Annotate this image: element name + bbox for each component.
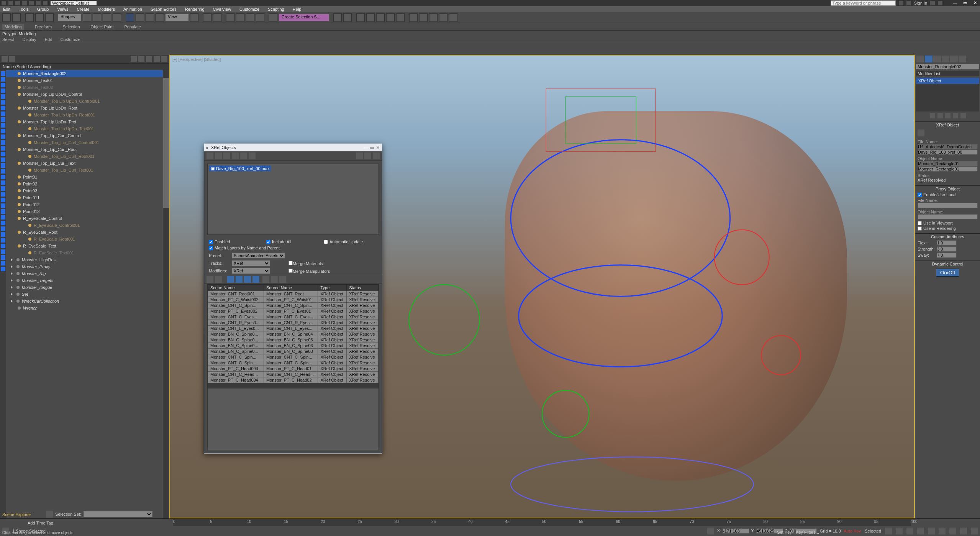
xref-row[interactable]: Monster_PT_C_Head003Monster_PT_C_Head01X… xyxy=(208,366,379,372)
includeall-checkbox[interactable] xyxy=(266,240,270,244)
select-name-button[interactable] xyxy=(93,13,101,22)
menu-create[interactable]: Create xyxy=(77,7,89,11)
star-icon[interactable] xyxy=(906,1,911,5)
xref-row[interactable]: Monster_BN_C_Spine0...Monster_BN_C_Spine… xyxy=(208,331,379,337)
scene-item[interactable]: Monster_Top_Lip_Curl_Text xyxy=(6,160,163,167)
keyfilters-button[interactable]: Key Filters... xyxy=(796,530,819,534)
render-prod-button[interactable] xyxy=(429,13,438,22)
search-se-icon[interactable] xyxy=(131,56,137,62)
scene-item[interactable]: Monster_Top_Lip_Curl_Text001 xyxy=(6,167,163,174)
lock-se-icon[interactable] xyxy=(9,56,15,62)
combine-xref-icon[interactable] xyxy=(223,152,230,159)
sway-spinner[interactable] xyxy=(937,252,957,258)
new-icon[interactable] xyxy=(8,1,13,5)
filter1-icon[interactable] xyxy=(227,276,234,283)
filter2-icon[interactable] xyxy=(236,276,243,283)
file-path-field[interactable] xyxy=(918,144,978,149)
scene-item[interactable]: Monster_Top_Lip_Curl_Root xyxy=(6,146,163,153)
x-coord-field[interactable] xyxy=(723,528,749,534)
xref-row[interactable]: Monster_CNT_Root001Monster_CNT_RootXRef … xyxy=(208,291,379,297)
pick-se-icon[interactable] xyxy=(161,56,167,62)
xref-row[interactable]: Monster_BN_C_Spine0...Monster_BN_C_Spine… xyxy=(208,337,379,343)
se-menu-select[interactable]: Select xyxy=(2,37,14,42)
addobj-icon[interactable] xyxy=(206,276,213,283)
select-rotate-button[interactable] xyxy=(136,13,144,22)
create-tab[interactable] xyxy=(916,56,924,62)
scene-item[interactable]: Monster_HighRes xyxy=(6,256,163,263)
toggle-ribbon-button[interactable] xyxy=(366,13,375,22)
scene-item[interactable]: Monster_Top Lip UpDn_Text001 xyxy=(6,125,163,132)
use-viewport-checkbox[interactable] xyxy=(918,221,922,225)
scene-item[interactable]: R_EyeScale_Text xyxy=(6,243,163,249)
proxy-obj-field[interactable] xyxy=(918,214,978,220)
object-name-field[interactable]: Monster_Rectangle002 xyxy=(916,64,979,69)
scene-item[interactable]: Point02 xyxy=(6,180,163,187)
pivot-center-button[interactable] xyxy=(190,13,198,22)
connect-icon[interactable] xyxy=(899,1,903,5)
redo-icon[interactable] xyxy=(36,1,41,5)
ribbon-panel-label[interactable]: Polygon Modeling xyxy=(0,31,980,37)
selectinvert-icon[interactable] xyxy=(373,152,380,159)
app-icon[interactable] xyxy=(2,1,6,5)
selectall-icon[interactable] xyxy=(356,152,363,159)
menu-group[interactable]: Group xyxy=(37,7,49,11)
xref-row[interactable]: Monster_CNT_L_Eyes0...Monster_CNT_L_Eyes… xyxy=(208,326,379,331)
addtimetag-link[interactable]: Add Time Tag xyxy=(28,521,53,525)
select-object-button[interactable] xyxy=(83,13,91,22)
remove-se-icon[interactable] xyxy=(154,56,160,62)
xref-col-header[interactable]: Scene Name xyxy=(208,285,264,291)
se-menu-display[interactable]: Display xyxy=(23,37,36,42)
scene-item[interactable]: Monster_Top_Lip_Curl_Root001 xyxy=(6,153,163,160)
rollout-custom-attrs[interactable]: Custom Attributes xyxy=(915,234,980,240)
enabled-checkbox[interactable] xyxy=(209,240,213,244)
scene-item[interactable]: Set xyxy=(6,291,163,298)
scene-item[interactable]: Monster_Top_Lip_Curl_Control xyxy=(6,132,163,139)
undo-icon[interactable] xyxy=(29,1,34,5)
scene-item[interactable]: Monster_Top_Lip_Curl_Control001 xyxy=(6,139,163,146)
file-name-field[interactable] xyxy=(918,149,978,155)
bind-spacewarp-button[interactable] xyxy=(45,13,54,22)
lock-selection-icon[interactable] xyxy=(707,528,714,534)
ribbon-tab-modeling[interactable]: Modeling xyxy=(2,24,24,30)
convert-xref-icon[interactable] xyxy=(232,152,239,159)
show-end-icon[interactable] xyxy=(937,113,943,118)
utilities-tab[interactable] xyxy=(959,56,966,62)
editnamed-button[interactable] xyxy=(269,13,277,22)
menu-animation[interactable]: Animation xyxy=(123,7,142,11)
scene-item[interactable]: Monster_Proxy xyxy=(6,263,163,270)
xref-row[interactable]: Monster_BN_C_Spine0...Monster_BN_C_Spine… xyxy=(208,349,379,354)
xref-row[interactable]: Monster_PT_C_Eyes002Monster_PT_C_Eyes01X… xyxy=(208,308,379,314)
ribbon-tab-freeform[interactable]: Freeform xyxy=(35,25,52,29)
modifier-stack-item[interactable]: XRef Object xyxy=(916,78,979,84)
menu-views[interactable]: Views xyxy=(57,7,68,11)
rendered-frame-button[interactable] xyxy=(419,13,428,22)
scene-item[interactable]: Monster_Targets xyxy=(6,277,163,284)
nav-zoom-icon[interactable] xyxy=(949,528,956,534)
create-xref-icon[interactable] xyxy=(206,152,213,159)
percent-snap-button[interactable] xyxy=(246,13,254,22)
close-se-icon[interactable] xyxy=(2,56,8,62)
configure-sets-icon[interactable] xyxy=(960,113,966,118)
refcoord-dropdown[interactable]: View xyxy=(166,14,188,21)
close-button[interactable]: ✕ xyxy=(972,0,978,6)
nav-orbit-icon[interactable] xyxy=(960,528,967,534)
use-rendering-checkbox[interactable] xyxy=(918,226,922,231)
pin-stack-icon[interactable] xyxy=(930,113,935,118)
scene-item[interactable]: Monster_Top Lip UpDn_Text xyxy=(6,118,163,125)
object-b-field[interactable] xyxy=(918,166,978,172)
scene-item[interactable]: R_EyeScale_Text001 xyxy=(6,249,163,256)
xref-row[interactable]: Monster_CNT_C_Spin...Monster_CNT_C_Spin.… xyxy=(208,303,379,308)
se-menu-edit[interactable]: Edit xyxy=(45,37,52,42)
filter-se-icon[interactable] xyxy=(138,56,144,62)
preset-dropdown[interactable]: Scene\Animated Assets xyxy=(232,252,285,259)
maximize-button[interactable]: ▭ xyxy=(962,0,969,6)
named-selection-dropdown[interactable]: Create Selection S... xyxy=(279,14,329,21)
xref-row[interactable]: Monster_PT_C_Waist002Monster_PT_C_Waist0… xyxy=(208,297,379,303)
save-icon[interactable] xyxy=(22,1,27,5)
merge-manip-checkbox[interactable] xyxy=(288,269,293,273)
spinner-snap-button[interactable] xyxy=(256,13,264,22)
xref-row[interactable]: Monster_PT_C_Head004Monster_PT_C_Head02X… xyxy=(208,377,379,383)
link-button[interactable] xyxy=(25,13,34,22)
scene-item[interactable]: Monster_Rig xyxy=(6,270,163,277)
enable-local-checkbox[interactable] xyxy=(918,193,922,197)
